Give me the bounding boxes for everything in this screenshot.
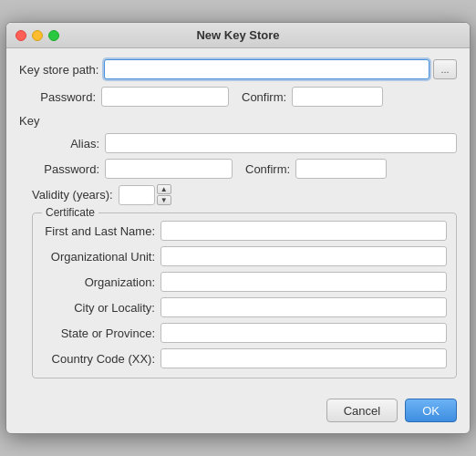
key-alias-input[interactable] xyxy=(105,133,457,153)
keystore-path-input[interactable] xyxy=(104,59,429,79)
keystore-password-input[interactable] xyxy=(101,87,229,107)
cert-country-input[interactable] xyxy=(160,348,447,368)
key-password-label: Password: xyxy=(32,162,105,176)
traffic-lights xyxy=(16,30,59,41)
cert-org-unit-row: Organizational Unit: xyxy=(42,246,447,266)
keystore-path-label: Key store path: xyxy=(19,63,104,77)
key-confirm-input[interactable] xyxy=(295,159,387,179)
cert-city-input[interactable] xyxy=(160,297,447,317)
spinner-down-button[interactable]: ▼ xyxy=(157,195,171,205)
title-bar: New Key Store xyxy=(6,23,470,48)
key-section-label: Key xyxy=(19,114,457,128)
key-password-input[interactable] xyxy=(105,159,233,179)
ok-button[interactable]: OK xyxy=(405,399,457,422)
key-password-row: Password: Confirm: xyxy=(32,159,457,179)
keystore-password-label: Password: xyxy=(19,90,101,104)
key-alias-label: Alias: xyxy=(32,137,105,150)
cert-country-row: Country Code (XX): xyxy=(42,348,447,368)
cert-org-row: Organization: xyxy=(42,272,447,292)
minimize-button[interactable] xyxy=(32,30,43,41)
cert-org-label: Organization: xyxy=(42,275,160,289)
cancel-button[interactable]: Cancel xyxy=(326,399,398,422)
keystore-password-row: Password: Confirm: xyxy=(19,87,457,107)
cert-org-unit-label: Organizational Unit: xyxy=(42,250,160,264)
keystore-confirm-label: Confirm: xyxy=(242,90,286,104)
cert-first-last-name-label: First and Last Name: xyxy=(42,224,160,238)
key-alias-row: Alias: xyxy=(32,133,457,153)
cert-city-label: City or Locality: xyxy=(42,301,160,315)
new-key-store-dialog: New Key Store Key store path: ... Passwo… xyxy=(5,22,471,434)
validity-input[interactable]: 25 xyxy=(119,185,155,205)
cert-state-input[interactable] xyxy=(160,323,447,343)
cert-state-row: State or Province: xyxy=(42,323,447,343)
cert-city-row: City or Locality: xyxy=(42,297,447,317)
keystore-confirm-input[interactable] xyxy=(292,87,383,107)
certificate-fields: First and Last Name: Organizational Unit… xyxy=(42,221,447,368)
validity-row: Validity (years): 25 ▲ ▼ xyxy=(32,184,457,205)
cert-first-last-name-input[interactable] xyxy=(160,221,447,241)
certificate-group-title: Certificate xyxy=(42,206,98,219)
certificate-group: Certificate First and Last Name: Organiz… xyxy=(32,212,457,378)
keystore-path-row: Key store path: ... xyxy=(19,59,457,79)
validity-spinner: 25 ▲ ▼ xyxy=(119,184,171,205)
key-confirm-label: Confirm: xyxy=(245,162,290,176)
cert-org-input[interactable] xyxy=(160,272,447,292)
cert-first-last-name-row: First and Last Name: xyxy=(42,221,447,241)
dialog-title: New Key Store xyxy=(196,28,279,42)
key-section: Alias: Password: Confirm: Validity (year… xyxy=(19,133,457,378)
cert-country-label: Country Code (XX): xyxy=(42,352,160,366)
close-button[interactable] xyxy=(16,30,26,41)
dialog-content: Key store path: ... Password: Confirm: K… xyxy=(6,48,470,391)
cert-state-label: State or Province: xyxy=(42,326,160,340)
spinner-buttons: ▲ ▼ xyxy=(157,184,171,205)
validity-label: Validity (years): xyxy=(32,188,119,202)
spinner-up-button[interactable]: ▲ xyxy=(157,184,171,194)
browse-button[interactable]: ... xyxy=(433,59,457,79)
dialog-footer: Cancel OK xyxy=(6,391,470,433)
maximize-button[interactable] xyxy=(48,30,59,41)
cert-org-unit-input[interactable] xyxy=(160,246,447,266)
